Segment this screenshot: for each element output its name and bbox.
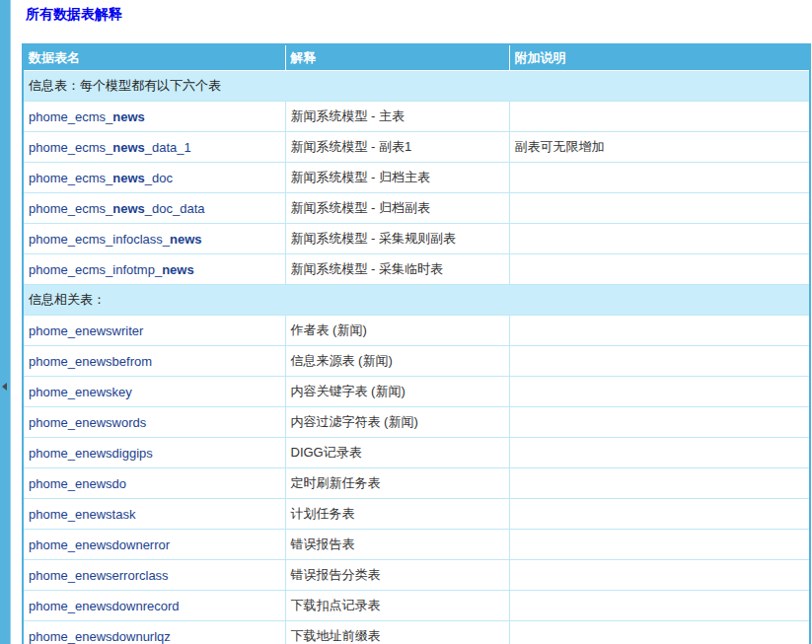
table-name-prefix: phome_enewsdownerror: [29, 537, 170, 552]
table-name-link[interactable]: phome_enewswords: [29, 415, 146, 430]
explanation-cell: 新闻系统模型 - 副表1: [285, 132, 509, 163]
table-name-link[interactable]: phome_enewskey: [29, 385, 132, 399]
table-name-prefix: phome_enewswords: [29, 415, 146, 430]
extra-note-cell: [509, 438, 810, 468]
table-name-cell: phome_enewsdownerror: [23, 530, 285, 560]
extra-note-cell: [509, 316, 810, 346]
table-row: phome_ecms_news新闻系统模型 - 主表: [23, 102, 810, 132]
table-name-bold-part: news: [112, 140, 145, 155]
table-name-prefix: phome_ecms_: [29, 140, 112, 155]
table-name-cell: phome_enewsdownrecord: [23, 591, 285, 621]
table-row: phome_ecms_news_doc_data新闻系统模型 - 归档副表: [23, 193, 810, 224]
extra-note-cell: [509, 499, 810, 530]
explanation-cell: 定时刷新任务表: [285, 468, 509, 499]
table-name-prefix: phome_enewskey: [29, 385, 132, 399]
page-title-link[interactable]: 所有数据表解释: [26, 6, 122, 24]
table-row: phome_enewsdownerror错误报告表: [23, 530, 810, 560]
table-row: phome_enewskey内容关键字表 (新闻): [23, 377, 810, 407]
explanation-cell: 内容关键字表 (新闻): [285, 377, 509, 407]
table-name-suffix: _data_1: [145, 140, 191, 155]
table-name-prefix: phome_enewsbefrom: [29, 354, 152, 369]
table-row: phome_ecms_infoclass_news新闻系统模型 - 采集规则副表: [23, 224, 810, 254]
table-row: phome_enewsdownurlqz下载地址前缀表: [23, 621, 810, 644]
table-name-link[interactable]: phome_enewserrorclass: [29, 568, 169, 583]
extra-note-cell: [509, 468, 810, 499]
extra-note-cell: [509, 102, 810, 132]
explanation-cell: 新闻系统模型 - 归档副表: [285, 193, 509, 224]
column-header-explanation: 解释: [285, 44, 509, 71]
table-name-link[interactable]: phome_ecms_news_doc: [29, 171, 173, 185]
table-name-prefix: phome_enewsdiggips: [29, 446, 153, 461]
table-name-prefix: phome_ecms_infotmp_: [29, 262, 162, 277]
table-name-cell: phome_enewswords: [23, 407, 285, 438]
table-name-cell: phome_enewswriter: [23, 316, 285, 346]
table-name-cell: phome_enewsbefrom: [23, 346, 285, 377]
table-header-row: 数据表名 解释 附加说明: [23, 44, 810, 71]
table-name-prefix: phome_ecms_: [29, 171, 112, 185]
table-name-link[interactable]: phome_ecms_news: [29, 109, 145, 124]
table-name-link[interactable]: phome_enewsdownerror: [29, 537, 170, 552]
collapse-left-icon[interactable]: [2, 383, 7, 391]
extra-note-cell: [509, 346, 810, 377]
extra-note-cell: [509, 407, 810, 438]
table-name-cell: phome_ecms_news_doc_data: [23, 193, 285, 224]
table-name-cell: phome_enewsdiggips: [23, 438, 285, 468]
table-row: phome_enewsdo定时刷新任务表: [23, 468, 810, 499]
explanation-cell: 新闻系统模型 - 采集规则副表: [285, 224, 509, 254]
table-row: phome_enewstask计划任务表: [23, 499, 810, 530]
extra-note-cell: [509, 530, 810, 560]
table-name-cell: phome_ecms_infoclass_news: [23, 224, 285, 254]
explanation-cell: 新闻系统模型 - 主表: [285, 102, 509, 132]
table-row: phome_ecms_news_doc新闻系统模型 - 归档主表: [23, 163, 810, 193]
explanation-cell: 信息来源表 (新闻): [285, 346, 509, 377]
section-label: 信息表：每个模型都有以下六个表: [23, 71, 810, 102]
explanation-cell: 计划任务表: [285, 499, 509, 530]
extra-note-cell: [509, 621, 810, 644]
table-name-prefix: phome_enewstask: [29, 507, 135, 522]
table-body: 信息表：每个模型都有以下六个表phome_ecms_news新闻系统模型 - 主…: [23, 71, 810, 644]
extra-note-cell: [509, 224, 810, 254]
table-row: phome_enewswriter作者表 (新闻): [23, 316, 810, 346]
table-row: phome_enewsdownrecord下载扣点记录表: [23, 591, 810, 621]
explanation-cell: 下载扣点记录表: [285, 591, 509, 621]
table-name-bold-part: news: [170, 232, 202, 247]
table-name-cell: phome_enewsdo: [23, 468, 285, 499]
explanation-cell: 错误报告表: [285, 530, 509, 560]
extra-note-cell: 副表可无限增加: [509, 132, 810, 163]
table-name-link[interactable]: phome_ecms_news_doc_data: [29, 201, 205, 216]
table-name-link[interactable]: phome_enewsbefrom: [29, 354, 152, 369]
table-name-link[interactable]: phome_ecms_infoclass_news: [29, 232, 202, 247]
table-name-prefix: phome_ecms_: [29, 201, 112, 216]
table-name-prefix: phome_enewserrorclass: [29, 568, 169, 583]
explanation-cell: 作者表 (新闻): [285, 316, 509, 346]
table-name-link[interactable]: phome_enewsdiggips: [29, 446, 153, 461]
section-label: 信息相关表：: [23, 285, 810, 316]
section-row: 信息表：每个模型都有以下六个表: [23, 71, 810, 102]
table-name-suffix: _doc_data: [145, 201, 205, 216]
table-name-suffix: _doc: [145, 171, 173, 185]
section-row: 信息相关表：: [23, 285, 810, 316]
explanation-cell: 内容过滤字符表 (新闻): [285, 407, 509, 438]
table-name-link[interactable]: phome_ecms_infotmp_news: [29, 262, 194, 277]
table-name-link[interactable]: phome_enewsdo: [29, 476, 126, 491]
extra-note-cell: [509, 591, 810, 621]
table-name-link[interactable]: phome_enewstask: [29, 507, 135, 522]
table-name-cell: phome_ecms_news_data_1: [23, 132, 285, 163]
table-row: phome_enewswords内容过滤字符表 (新闻): [23, 407, 810, 438]
explanation-cell: DIGG记录表: [285, 438, 509, 468]
table-name-prefix: phome_enewsdownrecord: [29, 599, 179, 613]
table-name-link[interactable]: phome_enewsdownrecord: [29, 599, 179, 613]
table-row: phome_enewserrorclass错误报告分类表: [23, 560, 810, 591]
table-name-cell: phome_ecms_infotmp_news: [23, 254, 285, 285]
frame-splitter[interactable]: [0, 0, 11, 644]
table-name-link[interactable]: phome_enewswriter: [29, 323, 143, 338]
table-row: phome_ecms_infotmp_news新闻系统模型 - 采集临时表: [23, 254, 810, 285]
explanation-cell: 错误报告分类表: [285, 560, 509, 591]
table-name-link[interactable]: phome_ecms_news_data_1: [29, 140, 191, 155]
table-name-link[interactable]: phome_enewsdownurlqz: [29, 629, 171, 644]
explanation-cell: 新闻系统模型 - 采集临时表: [285, 254, 509, 285]
table-row: phome_enewsdiggipsDIGG记录表: [23, 438, 810, 468]
extra-note-cell: [509, 193, 810, 224]
table-name-cell: phome_enewstask: [23, 499, 285, 530]
table-name-prefix: phome_enewsdo: [29, 476, 126, 491]
